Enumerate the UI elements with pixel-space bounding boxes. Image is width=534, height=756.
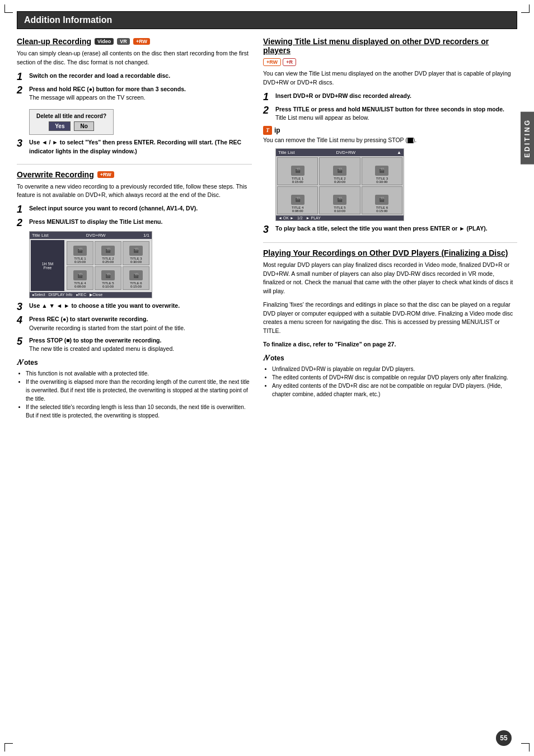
badge-vr: VR	[117, 38, 130, 45]
viewing-screenshot: Title List DVD+RW ▲ 🎬 TITLE 1 0:15:00	[275, 148, 404, 221]
right-footer-page: 1/2	[297, 216, 303, 220]
right-time-2: 0:20:00	[334, 180, 345, 184]
screen-content: 1H 5M Free 🎬 TITLE 1 0:15:00 �	[30, 239, 152, 292]
overwrite-badge-rw: +RW	[97, 171, 114, 178]
screen-footer: ●Select DISPLAY Info ●REC ▶Close	[30, 292, 152, 298]
corner-tr	[521, 4, 530, 13]
cleanup-step2-sub: The message will appears on the TV scree…	[29, 94, 146, 101]
viewing-step2-sub: Title List menu will appear as below.	[275, 114, 369, 121]
viewing-step1: 1 Insert DVD+R or DVD+RW disc recorded a…	[263, 92, 517, 102]
cell-time-2: 0:25:00	[102, 260, 114, 264]
screen-cell-2: 🎬 TITLE 2 0:25:00	[95, 241, 121, 265]
playing-notes-label: otes	[270, 354, 284, 362]
screen-title-label: Title List	[32, 233, 49, 238]
cleanup-step2-text: Press and hold REC (●) button for more t…	[29, 86, 186, 92]
screen-cells: 🎬 TITLE 1 0:15:00 🎬 TITLE 2 0:25:00	[65, 240, 151, 291]
section-divider-1	[17, 164, 252, 165]
page-number: 55	[496, 730, 512, 746]
playing-intro: Most regular DVD players can play finali…	[263, 261, 517, 296]
right-column: Viewing Title List menu displayed on oth…	[263, 37, 517, 428]
playing-notes-icon: 𝑁	[263, 354, 268, 363]
playing-note-3: Any edited contents of the DVD+R disc ar…	[272, 382, 517, 398]
notes-header: 𝑁 otes	[17, 358, 252, 367]
screen-cell-1: 🎬 TITLE 1 0:15:00	[67, 241, 93, 265]
playing-section: Playing Your Recordings on Other DVD Pla…	[263, 248, 517, 398]
cleanup-title-text: Clean-up Recording	[17, 37, 91, 46]
overwrite-step5-sub: The new title is created and updated men…	[29, 345, 174, 352]
right-icon-2: 🎬	[333, 166, 346, 176]
screen-cell-5: 🎬 TITLE 5 0:10:00	[95, 266, 121, 290]
screen-dvd-label: DVD+RW	[86, 233, 106, 238]
right-icon-6: 🎬	[375, 195, 388, 205]
badge-rw: +RW	[133, 38, 150, 45]
playing-note-2: The edited contents of DVD+RW disc is co…	[272, 373, 517, 382]
notes-icon: 𝑁	[17, 358, 22, 367]
cleanup-intro: You can simply clean-up (erase) all cont…	[17, 49, 252, 67]
right-screen-inner: Title List DVD+RW ▲ 🎬 TITLE 1 0:15:00	[276, 149, 404, 220]
page: EDITING Addition Information Clean-up Re…	[0, 0, 534, 756]
overwrite-screenshot: Title List DVD+RW 1/1 1H 5M Free �	[29, 231, 152, 298]
right-screen-dvd: DVD+RW	[336, 150, 355, 155]
right-cell-1: 🎬 TITLE 1 0:15:00	[277, 157, 318, 185]
right-icon-1: 🎬	[291, 166, 305, 176]
cell-icon-2: 🎬	[101, 246, 115, 256]
screen-cell-3: 🎬 TITLE 3 0:30:00	[123, 241, 149, 265]
playing-title-text: Playing Your Recordings on Other DVD Pla…	[263, 248, 508, 257]
cleanup-step3-text: Use ◄ / ► to select "Yes" then press ENT…	[29, 139, 241, 154]
screen-header: Title List DVD+RW 1/1	[30, 232, 152, 239]
overwrite-step4: 4 Press REC (●) to start overwrite recor…	[17, 315, 252, 333]
overwrite-title: Overwrite Recording +RW	[17, 170, 252, 179]
right-icon-4: 🎬	[291, 195, 305, 205]
viewing-section: Viewing Title List menu displayed on oth…	[263, 37, 517, 234]
corner-bl	[4, 743, 13, 752]
tip-section: T ip You can remove the Title List menu …	[263, 126, 517, 145]
right-time-1: 0:15:00	[292, 180, 303, 184]
overwrite-step2-text: Press MENU/LIST to display the Title Lis…	[29, 218, 162, 225]
right-time-5: 0:10:00	[334, 209, 345, 213]
badge-video: Video	[95, 38, 114, 45]
cleanup-step1-text: Switch on the recorder and load a record…	[29, 72, 170, 79]
footer-info: DISPLAY Info	[49, 293, 73, 297]
playing-notes-list: Unfinalized DVD+RW is playable on regula…	[263, 365, 517, 398]
corner-tl	[4, 4, 13, 13]
dialog-yes-button[interactable]: Yes	[49, 121, 71, 131]
dialog-title: Delete all title and record?	[36, 113, 106, 119]
right-icon-5: 🎬	[333, 195, 346, 205]
cell-icon-4: 🎬	[73, 270, 87, 280]
right-screen-footer: ◄ OK ► 1/2 ► PLAY	[276, 215, 404, 220]
cell-time-1: 0:15:00	[74, 260, 86, 264]
right-time-4: 0:08:00	[292, 209, 303, 213]
screenshot-inner: Title List DVD+RW 1/1 1H 5M Free �	[30, 232, 152, 298]
tip-icon: T	[263, 126, 272, 135]
cell-icon-6: 🎬	[129, 270, 143, 280]
dialog-no-button[interactable]: No	[74, 121, 93, 131]
overwrite-step5: 5 Press STOP (■) to stop the overwrite r…	[17, 336, 252, 354]
sidebar-tab: EDITING	[521, 112, 534, 165]
overwrite-step2: 2 Press MENU/LIST to display the Title L…	[17, 218, 252, 228]
note-item-1: This function is not available with a pr…	[26, 369, 252, 378]
cleanup-step3: 3 Use ◄ / ► to select "Yes" then press E…	[17, 138, 252, 156]
cell-icon-1: 🎬	[73, 246, 87, 256]
footer-rec: ●REC	[76, 293, 86, 297]
playing-para2: Finalizing 'fixes' the recordings and ed…	[263, 300, 517, 336]
overwrite-step3: 3 Use ▲ ▼ ◄ ► to choose a title you want…	[17, 302, 252, 312]
overwrite-step5-text: Press STOP (■) to stop the overwrite rec…	[29, 337, 161, 344]
notes-label: otes	[24, 359, 38, 367]
footer-close: ▶Close	[90, 293, 102, 297]
dialog-buttons: Yes No	[36, 121, 106, 131]
overwrite-notes: 𝑁 otes This function is not available wi…	[17, 358, 252, 420]
viewing-step1-text: Insert DVD+R or DVD+RW disc recorded alr…	[275, 92, 411, 99]
notes-list: This function is not available with a pr…	[17, 369, 252, 420]
screen-page: 1/1	[143, 233, 149, 238]
cell-time-6: 0:15:00	[130, 285, 142, 288]
viewing-step3-text: To play back a title, select the title y…	[275, 225, 488, 232]
section-divider-2	[263, 242, 517, 243]
screen-cell-6: 🎬 TITLE 6 0:15:00	[123, 266, 149, 290]
note-item-3: If the selected title's recording length…	[26, 403, 252, 420]
right-screen-header: Title List DVD+RW ▲	[276, 149, 404, 156]
playing-title: Playing Your Recordings on Other DVD Pla…	[263, 248, 517, 257]
tip-header: T ip	[263, 126, 517, 135]
cleanup-step1: 1 Switch on the recorder and load a reco…	[17, 72, 252, 82]
overwrite-step4-text: Press REC (●) to start overwrite recordi…	[29, 316, 148, 322]
viewing-badges: +RW +R	[263, 58, 517, 66]
